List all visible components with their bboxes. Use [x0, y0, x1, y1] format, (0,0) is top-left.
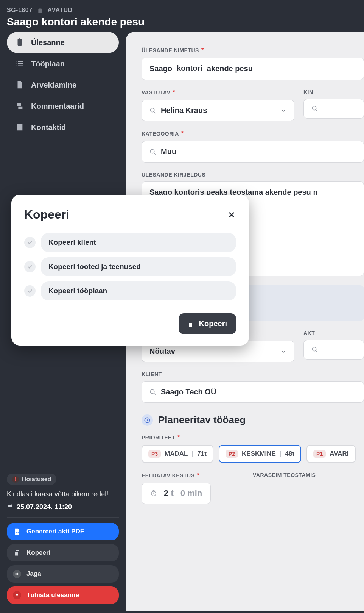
- page-title: Saago kontori akende pesu: [7, 16, 357, 28]
- button-label: Jaga: [26, 570, 41, 578]
- svg-point-2: [312, 106, 316, 110]
- search-icon: [149, 107, 156, 114]
- section-planned-time: Planeeritav tööaeg: [142, 414, 364, 426]
- search-icon: [311, 105, 318, 112]
- copy-option-products[interactable]: Kopeeri tooted ja teenused: [24, 257, 236, 276]
- nav-contacts[interactable]: Kontaktid: [7, 117, 119, 138]
- check-icon: [24, 237, 36, 248]
- option-label: Kopeeri klient: [41, 233, 236, 252]
- priority-code: P1: [313, 450, 326, 458]
- nav-billing[interactable]: Arveldamine: [7, 74, 119, 95]
- button-label: Genereeri akti PDF: [26, 528, 84, 535]
- copy-modal: Kopeeri Kopeeri klient Kopeeri tooted ja…: [11, 195, 249, 346]
- priority-name: KESKMINE: [242, 450, 276, 458]
- search-icon: [149, 389, 156, 396]
- label-akt: AKT: [303, 330, 315, 336]
- close-icon: [13, 591, 21, 599]
- copy-option-workplan[interactable]: Kopeeri tööplaan: [24, 281, 236, 300]
- button-label: Kopeeri: [199, 319, 227, 328]
- priority-code: P2: [226, 450, 238, 458]
- label-description: ÜLESANDE KIRJELDUS: [142, 172, 205, 178]
- contact-icon: [15, 123, 24, 132]
- pdf-icon: PDF: [13, 527, 21, 536]
- checklist-icon: [15, 59, 24, 68]
- copy-icon: [188, 321, 194, 327]
- modal-copy-button[interactable]: Kopeeri: [179, 313, 236, 334]
- label-duration: EELDATAV KESTUS: [142, 472, 195, 479]
- nav-label: Ülesanne: [31, 38, 65, 47]
- client-value: Saago Tech OÜ: [161, 388, 216, 396]
- nav-label: Arveldamine: [31, 81, 76, 89]
- kin-select[interactable]: [303, 99, 364, 119]
- share-icon: [13, 570, 21, 578]
- svg-text:PDF: PDF: [16, 532, 19, 534]
- priority-time: 71t: [197, 450, 207, 458]
- label-client: KLIENT: [142, 371, 162, 377]
- priority-p2[interactable]: P2 KESKMINE | 48t: [219, 445, 301, 463]
- search-icon: [149, 149, 156, 155]
- option-label: Kopeeri tooted ja teenused: [41, 257, 236, 276]
- svg-point-4: [312, 347, 316, 351]
- header: SG-1807 AVATUD Saago kontori akende pesu: [0, 0, 364, 32]
- nav-label: Tööplaan: [31, 59, 65, 68]
- svg-point-1: [150, 108, 154, 112]
- label-responsible: VASTUTAV: [142, 89, 170, 95]
- close-icon[interactable]: [227, 210, 236, 219]
- button-label: Kopeeri: [26, 549, 50, 557]
- nav-label: Kontaktid: [31, 123, 66, 132]
- comments-icon: [15, 102, 24, 111]
- label-kin: KIN: [303, 89, 313, 95]
- label-priority: PRIORITEET: [142, 435, 175, 441]
- warnings-section: ! Hoiatused Kindlasti kaasa võtta pikem …: [7, 470, 119, 518]
- svg-point-5: [150, 389, 154, 394]
- copy-icon: [13, 549, 21, 557]
- label-task-name: ÜLESANDE NIMETUS: [142, 47, 199, 53]
- priority-p1[interactable]: P1 AVARI: [306, 445, 356, 463]
- priority-p3[interactable]: P3 MADAL | 71t: [142, 445, 213, 463]
- duration-input[interactable]: 2 t 0 min: [142, 483, 211, 504]
- timer-icon: [150, 490, 157, 497]
- label-category: KATEGOORIA: [142, 131, 179, 137]
- copy-button[interactable]: Kopeeri: [7, 544, 119, 561]
- share-button[interactable]: Jaga: [7, 565, 119, 583]
- category-value: Muu: [161, 147, 176, 156]
- cancel-task-button[interactable]: Tühista ülesanne: [7, 586, 119, 604]
- responsible-value: Helina Kraus: [161, 106, 207, 115]
- category-select[interactable]: Muu: [142, 141, 364, 163]
- clipboard-icon: [15, 38, 24, 47]
- task-status: AVATUD: [48, 7, 73, 14]
- chevron-down-icon: [280, 108, 286, 114]
- search-icon: [311, 346, 318, 353]
- warning-text: Kindlasti kaasa võtta pikem redel!: [7, 489, 119, 499]
- warnings-label: Hoiatused: [22, 476, 51, 483]
- lock-icon: [37, 7, 43, 13]
- nav-label: Kommentaarid: [31, 102, 84, 111]
- confirm-value: Nõutav: [149, 347, 175, 356]
- option-label: Kopeeri tööplaan: [41, 281, 236, 300]
- responsible-select[interactable]: Helina Kraus: [142, 100, 294, 121]
- task-name-input[interactable]: Saago kontori akende pesu: [142, 58, 364, 80]
- clock-icon: [142, 414, 153, 426]
- document-icon: [15, 80, 24, 89]
- akt-select[interactable]: [303, 340, 364, 360]
- nav-task[interactable]: Ülesanne: [7, 32, 119, 53]
- generate-pdf-button[interactable]: PDF Genereeri akti PDF: [7, 523, 119, 540]
- nav-workplan[interactable]: Tööplaan: [7, 53, 119, 74]
- calendar-icon: [7, 504, 14, 511]
- priority-name: MADAL: [165, 450, 188, 458]
- priority-code: P3: [148, 450, 161, 458]
- modal-title: Kopeeri: [24, 208, 69, 222]
- priority-time: 48t: [285, 450, 294, 458]
- warning-date: 25.07.2024. 11:20: [7, 503, 119, 511]
- nav-comments[interactable]: Kommentaarid: [7, 95, 119, 117]
- check-icon: [24, 261, 36, 272]
- priority-name: AVARI: [330, 450, 348, 458]
- chevron-down-icon: [280, 349, 286, 355]
- copy-option-client[interactable]: Kopeeri klient: [24, 233, 236, 252]
- task-code: SG-1807: [7, 7, 33, 14]
- warnings-badge: ! Hoiatused: [7, 474, 56, 485]
- client-select[interactable]: Saago Tech OÜ: [142, 381, 364, 403]
- svg-point-3: [150, 149, 154, 153]
- label-earliest: VARASEIM TEOSTAMIS: [253, 472, 316, 478]
- alert-icon: !: [12, 476, 19, 483]
